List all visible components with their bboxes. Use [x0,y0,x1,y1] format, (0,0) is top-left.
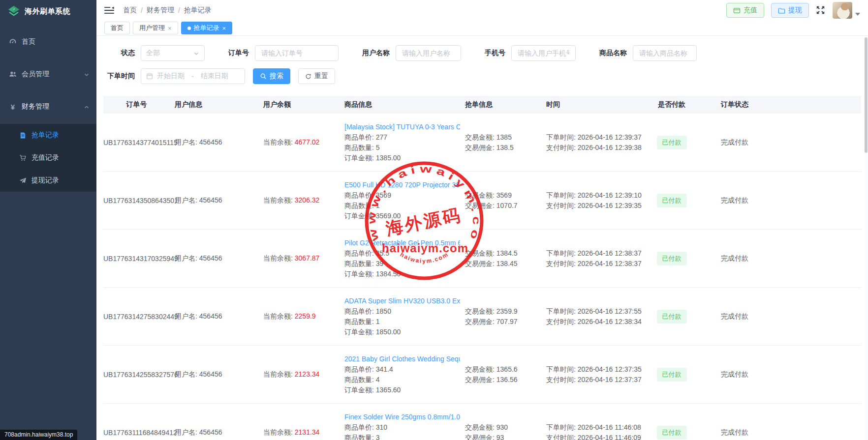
order-amount: 1385.00 [376,154,401,162]
user-menu[interactable] [833,2,860,19]
time-cell: 下单时间: 2026-04-16 12:39:10 支付时间: 2026-04-… [546,190,647,211]
search-button[interactable]: 搜索 [253,68,290,84]
order-no: UB17763143508643501 [103,197,175,205]
user-name: 456456 [199,428,222,436]
trade-amount: 1385 [496,133,512,141]
tab-home[interactable]: 首页 [104,22,130,34]
product-title-link[interactable]: [Malaysia Stock] TUTUYA 0-3 Years Ol... [344,122,460,132]
col-user-balance: 用户余额 [263,100,344,109]
sidebar-item-withdraw-records[interactable]: 提现记录 [0,169,96,192]
tab-user-management[interactable]: 用户管理 × [133,22,178,34]
avatar[interactable] [833,2,852,19]
order-amount: 1850.00 [376,328,401,336]
sidebar-item-members[interactable]: 会员管理 [0,62,96,87]
product-cell: [Malaysia Stock] TUTUYA 0-3 Years Ol... … [344,122,465,163]
col-order-no: 订单号 [103,100,175,109]
table-row: UB17763111684849412 用户名: 456456 当前余额: 21… [103,404,861,440]
tab-grab-records[interactable]: 抢单记录 × [181,22,233,34]
user-info-cell: 用户名: 456456 [175,369,263,380]
balance-value: 4677.02 [295,138,320,146]
status-label: 状态 [104,49,135,58]
orders-table: 订单号 用户信息 用户余额 商品信息 抢单信息 时间 是否付款 订单状态 UB1… [103,96,861,440]
table-header: 订单号 用户信息 用户余额 商品信息 抢单信息 时间 是否付款 订单状态 [103,96,861,114]
product-title-link[interactable]: Finex Solder Wire 250gms 0.8mm/1.0... [344,412,460,422]
order-no-input[interactable] [255,45,339,61]
sidebar-item-recharge-records[interactable]: 充值记录 [0,147,96,169]
breadcrumb-finance[interactable]: 财务管理 [147,6,174,15]
quantity: 39 [376,260,384,267]
balance-value: 2131.34 [295,428,320,436]
close-icon[interactable]: × [168,25,172,31]
quantity: 3 [376,434,380,440]
product-name-input[interactable] [633,45,697,61]
sidebar-item-home[interactable]: 首页 [0,29,96,54]
order-time: 2026-04-16 12:37:35 [578,365,642,373]
order-time: 2026-04-16 12:39:10 [578,191,642,199]
balance-cell: 当前余额: 2259.9 [263,311,344,322]
scrollbar-thumb[interactable] [865,37,868,153]
phone-input[interactable] [511,45,576,61]
unit-price: 277 [376,133,387,141]
paid-cell: 已付款 [647,310,701,323]
breadcrumb-separator: / [141,6,143,14]
product-title-link[interactable]: Pilot G2 Retractable Gel Pen 0.5mm 6... [344,238,460,248]
user-name-input[interactable] [396,45,461,61]
users-icon [9,70,17,78]
balance-cell: 当前余额: 3067.87 [263,253,344,264]
product-title-link[interactable]: 2021 Baby Girl Clothes Wedding Sequi... [344,354,460,364]
balance-value: 3206.32 [295,196,320,204]
breadcrumb-home[interactable]: 首页 [123,6,137,15]
recharge-button[interactable]: 充值 [726,3,764,18]
product-title-link[interactable]: ADATA Super Slim HV320 USB3.0 Ext... [344,296,460,306]
grab-info-cell: 交易金额: 930 交易佣金: 93 [465,422,546,440]
sidebar-item-grab-records[interactable]: 抢单记录 [0,124,96,147]
col-grab-info: 抢单信息 [465,100,546,109]
reset-button[interactable]: 重置 [298,68,335,84]
product-cell: ADATA Super Slim HV320 USB3.0 Ext... 商品单… [344,296,465,337]
product-title-link[interactable]: E500 Full HD 1280 720P Projector 380... [344,180,460,190]
caret-down-icon [855,13,860,16]
order-amount: 1384.50 [376,270,401,278]
trade-amount: 3569 [496,191,512,199]
order-amount: 3569.00 [376,212,401,220]
fullscreen-icon[interactable] [816,5,826,15]
refresh-icon [305,73,311,80]
col-user-info: 用户信息 [175,100,263,109]
status-url-tooltip: 708admin.haiwaiym38.top [0,430,77,440]
order-time: 2026-04-16 11:46:08 [578,423,641,431]
user-name: 456456 [199,312,222,320]
user-info-cell: 用户名: 456456 [175,137,263,147]
user-info-cell: 用户名: 456456 [175,427,263,438]
active-dot [187,27,191,30]
paid-cell: 已付款 [647,368,701,381]
send-icon [19,176,27,184]
sidebar-item-label: 充值记录 [31,153,90,162]
table-row: UB17763142758302449 用户名: 456456 当前余额: 22… [103,288,861,346]
tabbar: 首页 用户管理 × 抢单记录 × [96,21,868,36]
commission: 138.5 [496,144,514,151]
table-row: UB17763143508643501 用户名: 456456 当前余额: 32… [103,172,861,230]
card-icon [733,7,741,14]
product-cell: 2021 Baby Girl Clothes Wedding Sequi... … [344,354,465,395]
sidebar-item-finance[interactable]: ¥ 财务管理 [0,94,96,119]
close-icon[interactable]: × [222,25,226,31]
breadcrumb: 首页 / 财务管理 / 抢单记录 [123,6,212,15]
chevron-down-icon [84,71,90,77]
sidebar-item-label: 抢单记录 [31,131,90,140]
collapse-sidebar-icon[interactable] [104,6,114,14]
date-separator: - [191,72,194,80]
unit-price: 341.4 [376,365,393,373]
status-select[interactable]: 全部 [141,45,205,61]
withdraw-button[interactable]: 提现 [771,3,809,18]
balance-value: 2123.34 [295,370,320,378]
grab-info-cell: 交易金额: 1385 交易佣金: 138.5 [465,132,546,153]
quantity: 1 [376,318,380,325]
quantity: 1 [376,202,380,209]
breadcrumb-separator: / [178,6,180,14]
order-no: UB17763143774015115 [103,139,175,147]
col-paid: 是否付款 [647,100,701,109]
status-cell: 完成付款 [701,138,861,147]
date-range-picker[interactable]: 开始日期 - 结束日期 [141,68,245,84]
chevron-up-icon [84,104,90,110]
sidebar: 海外刷单系统 首页 会员管理 ¥ 财务管理 抢单记录 [0,0,96,440]
